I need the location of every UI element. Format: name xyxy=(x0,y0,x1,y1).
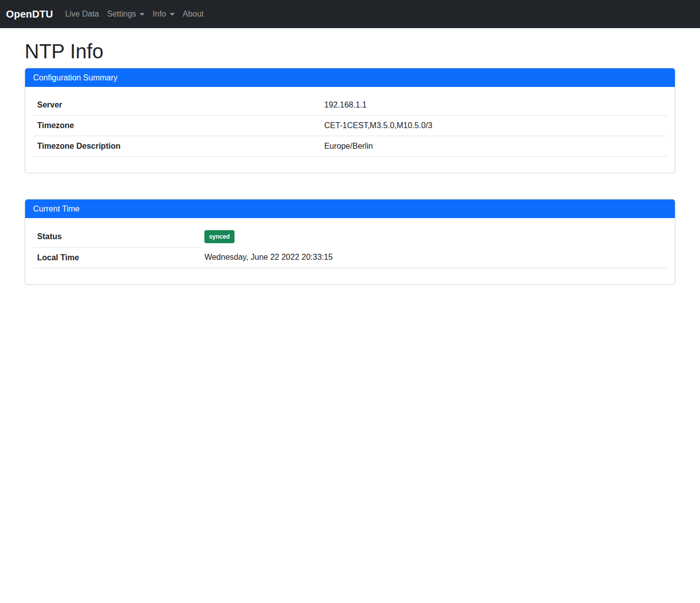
current-time-header: Current Time xyxy=(25,199,675,218)
configuration-summary-body: Server 192.168.1.1 Timezone CET-1CEST,M3… xyxy=(25,87,675,173)
configuration-summary-card: Configuration Summary Server 192.168.1.1… xyxy=(25,68,675,173)
nav-item-about[interactable]: About xyxy=(179,6,208,23)
page-title: NTP Info xyxy=(25,39,675,63)
row-label: Timezone xyxy=(33,116,320,136)
row-value: CET-1CEST,M3.5.0,M10.5.0/3 xyxy=(320,116,667,136)
nav-item-settings[interactable]: Settings xyxy=(103,6,149,23)
navbar-brand[interactable]: OpenDTU xyxy=(6,7,53,22)
row-value: Wednesday, June 22 2022 20:33:15 xyxy=(200,247,667,268)
row-value: synced xyxy=(200,226,667,247)
chevron-down-icon xyxy=(170,13,175,16)
navbar: OpenDTU Live Data Settings Info About xyxy=(0,0,700,28)
table-row: Timezone Description Europe/Berlin xyxy=(33,136,667,157)
configuration-summary-table: Server 192.168.1.1 Timezone CET-1CEST,M3… xyxy=(33,95,667,157)
navbar-links: Live Data Settings Info About xyxy=(61,6,208,23)
current-time-body: Status synced Local Time Wednesday, June… xyxy=(25,218,675,284)
table-row: Timezone CET-1CEST,M3.5.0,M10.5.0/3 xyxy=(33,116,667,136)
nav-item-live-data[interactable]: Live Data xyxy=(61,6,103,23)
table-row: Local Time Wednesday, June 22 2022 20:33… xyxy=(33,247,667,268)
nav-item-settings-label: Settings xyxy=(107,10,136,19)
status-badge: synced xyxy=(204,230,234,243)
row-value: Europe/Berlin xyxy=(320,136,667,157)
nav-item-info-label: Info xyxy=(153,10,166,19)
table-row: Server 192.168.1.1 xyxy=(33,95,667,116)
row-value: 192.168.1.1 xyxy=(320,95,667,116)
main-content: NTP Info Configuration Summary Server 19… xyxy=(25,28,675,285)
chevron-down-icon xyxy=(140,13,145,16)
row-label: Timezone Description xyxy=(33,136,320,157)
table-row: Status synced xyxy=(33,226,667,247)
page-root: OpenDTU Live Data Settings Info About NT… xyxy=(0,0,700,603)
row-label: Server xyxy=(33,95,320,116)
configuration-summary-header: Configuration Summary xyxy=(25,68,675,87)
nav-item-info[interactable]: Info xyxy=(149,6,179,23)
current-time-card: Current Time Status synced Local Time We… xyxy=(25,199,675,285)
row-label: Local Time xyxy=(33,247,200,268)
row-label: Status xyxy=(33,226,200,247)
current-time-table: Status synced Local Time Wednesday, June… xyxy=(33,226,667,268)
